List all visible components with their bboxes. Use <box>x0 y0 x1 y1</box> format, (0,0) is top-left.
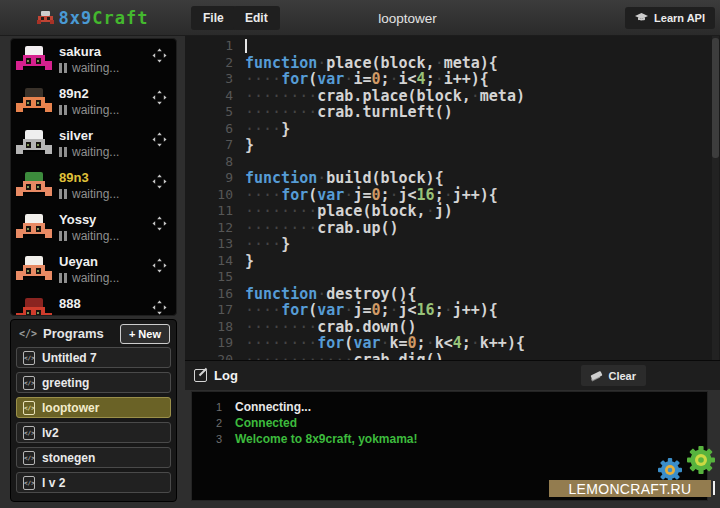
line-number: 9 <box>185 170 245 187</box>
new-program-button[interactable]: + New <box>120 324 170 344</box>
line-number: 8 <box>185 154 245 171</box>
code-line[interactable]: 7} <box>185 137 720 154</box>
player-avatar <box>16 214 52 243</box>
code-line[interactable]: 6····} <box>185 121 720 138</box>
pause-icon <box>59 105 67 115</box>
log-entry: 2Connected <box>192 415 707 431</box>
editor-scrollbar-track[interactable] <box>712 36 719 360</box>
log-entry: 1Connecting... <box>192 399 707 415</box>
line-number: 16 <box>185 286 245 303</box>
code-line[interactable]: 4········crab.place(block,·meta) <box>185 88 720 105</box>
move-player-icon[interactable] <box>152 258 167 273</box>
code-text: } <box>245 253 254 270</box>
player-status: waiting... <box>59 313 119 316</box>
app-logo: 8x9Craft <box>0 0 185 36</box>
log-title-label: Log <box>214 368 238 383</box>
player-status-text: waiting... <box>72 271 119 285</box>
program-list: </>Untitled 7</>greeting</>looptower</>l… <box>11 347 176 493</box>
log-entry-number: 2 <box>192 415 235 431</box>
code-text: ····} <box>245 121 290 138</box>
log-entry-number: 3 <box>192 431 235 447</box>
program-item[interactable]: </>lv2 <box>16 422 171 443</box>
code-line[interactable]: 11········place(block,·j) <box>185 203 720 220</box>
code-text: ····for(var·j=0;·j<16;·j++){ <box>245 187 498 204</box>
code-line[interactable]: 8 <box>185 154 720 171</box>
programs-header: </> Programs + New <box>11 320 176 347</box>
move-player-icon[interactable] <box>152 300 167 315</box>
player-row[interactable]: sakurawaiting... <box>11 39 176 81</box>
line-number: 5 <box>185 104 245 121</box>
programs-title: Programs <box>43 326 114 341</box>
line-number: 1 <box>185 38 245 55</box>
robot-logo-icon <box>37 11 54 25</box>
move-player-icon[interactable] <box>152 90 167 105</box>
player-status: waiting... <box>59 103 119 117</box>
program-name: greeting <box>42 376 89 390</box>
code-editor[interactable]: 12function·place(block,·meta){3····for(v… <box>185 36 720 360</box>
code-line[interactable]: 15 <box>185 269 720 286</box>
code-line[interactable]: 19········for(var·k=0;·k<4;·k++){ <box>185 335 720 352</box>
line-number: 13 <box>185 236 245 253</box>
player-status: waiting... <box>59 145 119 159</box>
program-item[interactable]: </>l v 2 <box>16 472 171 493</box>
header-bar: 8x9Craft File Edit looptower Learn API <box>0 0 720 36</box>
log-entry-text: Connected <box>235 415 297 431</box>
code-text: ····for(var·i=0;·i<4;·i++){ <box>245 71 489 88</box>
code-line[interactable]: 5········crab.turnLeft() <box>185 104 720 121</box>
pause-icon <box>59 63 67 73</box>
program-name: looptower <box>42 401 99 415</box>
code-line[interactable]: 3····for(var·i=0;·i<4;·i++){ <box>185 71 720 88</box>
code-text: ········place(block,·j) <box>245 203 453 220</box>
player-row[interactable]: Ueyanwaiting... <box>11 249 176 291</box>
player-name: 89n3 <box>59 170 89 185</box>
code-text: ············crab.dig() <box>245 352 444 361</box>
code-line[interactable]: 17····for(var·j=0;·j<16;·j++){ <box>185 302 720 319</box>
line-number: 2 <box>185 55 245 72</box>
pause-icon <box>59 147 67 157</box>
line-number: 10 <box>185 187 245 204</box>
program-item[interactable]: </>looptower <box>16 397 171 418</box>
code-line[interactable]: 12········crab.up() <box>185 220 720 237</box>
player-row[interactable]: silverwaiting... <box>11 123 176 165</box>
player-name: 888 <box>59 296 81 311</box>
code-line[interactable]: 1 <box>185 38 720 55</box>
clear-log-button[interactable]: Clear <box>581 365 646 386</box>
player-row[interactable]: 888waiting... <box>11 291 176 316</box>
text-cursor <box>245 39 247 53</box>
eraser-icon <box>591 371 603 380</box>
code-line[interactable]: 2function·place(block,·meta){ <box>185 55 720 72</box>
code-line[interactable]: 20············crab.dig() <box>185 352 720 361</box>
player-row[interactable]: 89n2waiting... <box>11 81 176 123</box>
code-line[interactable]: 10····for(var·j=0;·j<16;·j++){ <box>185 187 720 204</box>
editor-scrollbar-thumb[interactable] <box>712 38 719 158</box>
player-row[interactable]: Yossywaiting... <box>11 207 176 249</box>
code-line[interactable]: 9function·build(block){ <box>185 170 720 187</box>
player-name: 89n2 <box>59 86 89 101</box>
log-title: Log <box>194 368 238 383</box>
code-line[interactable]: 18········crab.down() <box>185 319 720 336</box>
app-title: 8x9Craft <box>59 8 149 28</box>
code-line[interactable]: 14} <box>185 253 720 270</box>
line-number: 19 <box>185 335 245 352</box>
pause-icon <box>59 189 67 199</box>
move-player-icon[interactable] <box>152 174 167 189</box>
program-item[interactable]: </>greeting <box>16 372 171 393</box>
program-item[interactable]: </>Untitled 7 <box>16 347 171 368</box>
code-text: ····} <box>245 236 290 253</box>
log-entry-number: 1 <box>192 399 235 415</box>
move-player-icon[interactable] <box>152 132 167 147</box>
move-player-icon[interactable] <box>152 216 167 231</box>
player-avatar <box>16 88 52 117</box>
learn-api-button[interactable]: Learn API <box>625 7 715 29</box>
program-item[interactable]: </>stonegen <box>16 447 171 468</box>
line-number: 18 <box>185 319 245 336</box>
code-line[interactable]: 16function·destroy(){ <box>185 286 720 303</box>
pause-icon <box>59 315 67 316</box>
code-text: function·destroy(){ <box>245 286 417 303</box>
log-entry-text: Connecting... <box>235 399 311 415</box>
player-name: Yossy <box>59 212 96 227</box>
move-player-icon[interactable] <box>152 48 167 63</box>
code-line[interactable]: 13····} <box>185 236 720 253</box>
player-status-text: waiting... <box>72 229 119 243</box>
player-row[interactable]: 89n3waiting... <box>11 165 176 207</box>
